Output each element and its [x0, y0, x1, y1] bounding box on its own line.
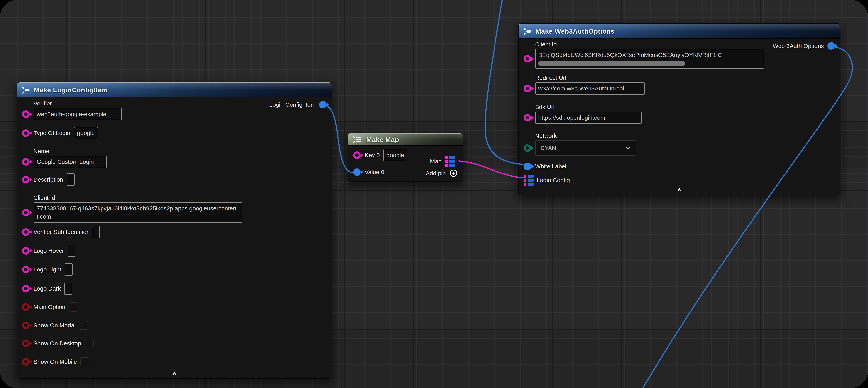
pin-label: Show On Mobile: [33, 358, 77, 365]
chevron-down-icon: [625, 147, 630, 150]
pin-label: Sdk Url: [535, 104, 835, 111]
network-selected-value: CYAN: [540, 145, 556, 151]
output-pin-row-map: Map: [430, 156, 458, 167]
make-struct-icon: [523, 27, 532, 35]
pin-label: Description: [33, 176, 63, 183]
type-of-login-input[interactable]: google: [74, 127, 98, 139]
make-struct-icon: [21, 86, 30, 94]
pin-row-main-option: Main Option: [22, 302, 327, 311]
node-collapse-button[interactable]: [524, 188, 835, 192]
show-on-modal-checkbox[interactable]: [79, 321, 88, 330]
name-input[interactable]: Google Custom Login: [33, 156, 107, 168]
pin-label: Name: [33, 148, 327, 155]
show-on-modal-pin[interactable]: [22, 322, 30, 329]
pin-row-verifier-sub-identifier: Verifier Sub Identifier: [22, 226, 327, 238]
pin-label: Redirect Url: [535, 74, 835, 81]
main-option-pin[interactable]: [22, 303, 30, 311]
node-header[interactable]: Make LoginConfigItem: [17, 82, 332, 97]
key-0-input[interactable]: google: [383, 149, 407, 161]
value-0-pin[interactable]: [353, 168, 361, 176]
output-pin-row-login-config-item: Login Config Item: [269, 101, 327, 109]
add-pin-button[interactable]: Add pin: [426, 169, 458, 178]
pin-label: Logo Hover: [33, 247, 64, 254]
pin-row-show-on-modal: Show On Modal: [22, 321, 327, 330]
client-id-input[interactable]: BEglQSgt4cUWcj6SKRdu5QkOXTsePmMcusG5EAoy…: [535, 49, 764, 69]
add-pin-label: Add pin: [426, 170, 446, 177]
verifier-pin[interactable]: [22, 111, 30, 118]
input-scrollbar[interactable]: [538, 61, 685, 66]
sdk-url-input[interactable]: https://sdk.openlogin.com: [535, 112, 642, 124]
pin-row-logo-hover: Logo Hover: [22, 245, 327, 257]
pin-row-logo-dark: Logo Dark: [22, 282, 327, 295]
node-title: Make LoginConfigItem: [34, 86, 108, 94]
logo-hover-input[interactable]: [68, 245, 75, 257]
pin-row-client-id: Client Id 774338308167-q463s7kpvja16l4l0…: [22, 195, 327, 223]
pin-label: Login Config: [537, 177, 570, 184]
pin-label: Network: [535, 132, 835, 139]
pin-label: Client Id: [33, 195, 327, 201]
logo-dark-pin[interactable]: [22, 285, 30, 292]
main-option-checkbox[interactable]: [69, 302, 78, 311]
output-pin-row-web3auth-options: Web 3Auth Options: [773, 42, 835, 50]
node-title: Make Map: [366, 136, 399, 144]
logo-light-pin[interactable]: [22, 266, 30, 273]
output-pin-label: Login Config Item: [269, 101, 315, 108]
pin-label: Show On Modal: [33, 322, 75, 329]
map-output-pin[interactable]: [445, 156, 455, 167]
verifier-sub-identifier-pin[interactable]: [22, 228, 30, 236]
blueprint-graph-canvas[interactable]: Make LoginConfigItem Login Config Item V…: [0, 0, 868, 388]
node-make-loginconfigitem[interactable]: Make LoginConfigItem Login Config Item V…: [17, 82, 332, 379]
node-make-map[interactable]: Make Map Map Key 0 google Value 0: [348, 133, 463, 182]
sdk-url-pin[interactable]: [524, 114, 531, 121]
name-pin[interactable]: [22, 158, 30, 166]
pin-label: Key 0: [365, 152, 380, 158]
pin-row-network: Network CYAN: [524, 132, 835, 156]
node-header[interactable]: Make Web3AuthOptions: [519, 24, 840, 39]
network-pin[interactable]: [524, 144, 531, 152]
pin-label: Main Option: [33, 304, 65, 310]
logo-dark-input[interactable]: [64, 282, 72, 295]
redirect-url-input[interactable]: w3a://com.w3a.Web3AuthUnreal: [535, 82, 645, 95]
show-on-mobile-checkbox[interactable]: [81, 357, 90, 366]
verifier-input[interactable]: web3auth-google-example: [33, 108, 122, 120]
logo-hover-pin[interactable]: [22, 247, 30, 255]
node-header[interactable]: Make Map: [348, 133, 463, 146]
network-select[interactable]: CYAN: [535, 140, 636, 156]
verifier-sub-identifier-input[interactable]: [92, 226, 100, 238]
key-0-pin[interactable]: [353, 151, 361, 159]
client-id-input[interactable]: 774338308167-q463s7kpvja16l4l0kko3nb925i…: [33, 202, 242, 223]
pin-label: White Label: [535, 163, 566, 170]
node-collapse-button[interactable]: [22, 372, 327, 376]
type-of-login-pin[interactable]: [22, 129, 30, 137]
client-id-pin[interactable]: [524, 55, 531, 62]
show-on-desktop-pin[interactable]: [22, 340, 30, 347]
description-pin[interactable]: [22, 176, 30, 183]
node-make-web3authoptions[interactable]: Make Web3AuthOptions Web 3Auth Options C…: [518, 23, 840, 195]
client-id-pin[interactable]: [22, 209, 30, 216]
pin-label: Logo Dark: [33, 285, 61, 292]
pin-label: Show On Desktop: [33, 340, 81, 347]
redirect-url-pin[interactable]: [524, 85, 531, 92]
pin-row-name: Name Google Custom Login: [22, 148, 327, 168]
pin-label: Logo Light: [33, 266, 61, 273]
pin-label: Type Of Login: [33, 130, 70, 137]
make-map-icon: [352, 136, 363, 144]
chevron-up-icon: [171, 372, 178, 376]
show-on-mobile-pin[interactable]: [22, 358, 30, 365]
pin-row-login-config: Login Config: [524, 176, 835, 185]
login-config-pin[interactable]: [524, 175, 533, 185]
node-title: Make Web3AuthOptions: [535, 27, 614, 35]
pin-row-redirect-url: Redirect Url w3a://com.w3a.Web3AuthUnrea…: [524, 74, 835, 95]
plus-circle-icon: [449, 169, 458, 178]
pin-row-sdk-url: Sdk Url https://sdk.openlogin.com: [524, 104, 835, 124]
pin-row-show-on-mobile: Show On Mobile: [22, 357, 327, 366]
login-config-item-output-pin[interactable]: [319, 101, 327, 109]
pin-label: Value 0: [365, 169, 384, 176]
output-pin-label: Web 3Auth Options: [773, 42, 824, 49]
white-label-pin[interactable]: [524, 163, 531, 170]
chevron-up-icon: [676, 188, 683, 192]
description-input[interactable]: [67, 174, 74, 186]
logo-light-input[interactable]: [65, 263, 72, 276]
show-on-desktop-checkbox[interactable]: [85, 339, 94, 348]
pin-row-logo-light: Logo Light: [22, 263, 327, 276]
